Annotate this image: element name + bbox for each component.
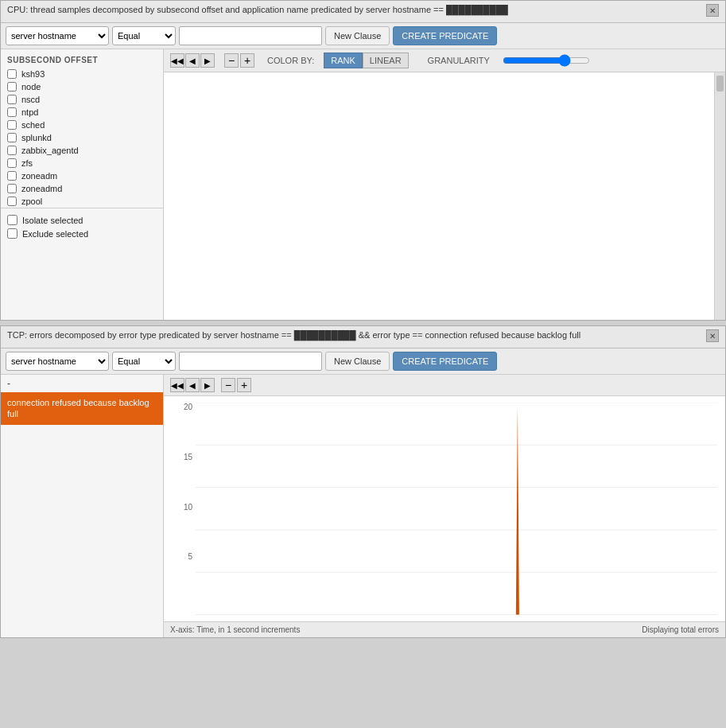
zpool-checkbox[interactable] [7,197,17,206]
isolate-selected-checkbox[interactable] [7,215,17,225]
splunkd-checkbox[interactable] [7,133,17,142]
granularity-slider[interactable] [503,54,590,67]
node-checkbox[interactable] [7,82,17,91]
list-item: ntpd [1,106,163,119]
panel-1-new-clause-button[interactable]: New Clause [325,26,390,45]
zabbix-agentd-checkbox[interactable] [7,146,17,155]
heatmap-scroll-area [164,72,725,320]
linear-button[interactable]: LINEAR [363,53,409,68]
svg-rect-2 [164,72,714,320]
y-label-20: 20 [184,403,192,411]
panel-1-toolbar: server hostname Equal New Clause CREATE … [1,23,725,49]
panel-2-zoom-controls: − + [221,378,251,392]
close-icon: ✕ [709,6,716,15]
zoneadmd-checkbox[interactable] [7,184,17,193]
panel-1-title-bar: CPU: thread samples decomposed by subsec… [1,1,725,23]
sidebar-actions: Isolate selected Exclude selected [1,208,163,245]
list-item: nscd [1,93,163,106]
panel-1-dimension-select[interactable]: server hostname [6,26,109,45]
panel-2-create-predicate-button[interactable]: CREATE PREDICATE [393,352,497,371]
svg-marker-9 [196,407,717,615]
ksh93-checkbox[interactable] [7,69,17,79]
list-item: zfs [1,157,163,169]
panel-2-content: - connection refused because backlog ful… [1,375,725,637]
sched-checkbox[interactable] [7,120,17,130]
zoom-out-button[interactable]: − [224,53,239,68]
panel-2-sidebar: - connection refused because backlog ful… [1,375,164,637]
nav-next-button[interactable]: ▶ [200,53,215,68]
panel-1-value-input[interactable] [179,26,322,45]
ntpd-checkbox[interactable] [7,107,17,117]
y-label-15: 15 [184,453,192,461]
panel-2-close-button[interactable]: ✕ [706,329,719,342]
vertical-scrollbar[interactable] [714,72,725,320]
panel-2-nav-prev-prev-button[interactable]: ◀◀ [170,378,184,392]
heatmap-container [164,72,714,320]
panel-2-nav-controls: ◀◀ ◀ ▶ [170,378,215,392]
rank-button[interactable]: RANK [324,53,363,68]
panel-2-value-input[interactable] [179,352,322,371]
close-icon-2: ✕ [709,332,716,341]
y-label-5: 5 [188,552,192,561]
panel-2-nav-next-button[interactable]: ▶ [200,378,215,392]
color-by-buttons: RANK LINEAR [324,53,408,68]
panel-1-chart-toolbar: ◀◀ ◀ ▶ − + COLOR BY: RANK LINEAR GRANULA… [164,49,725,72]
list-item: zabbix_agentd [1,144,163,157]
panel-2-dimension-select[interactable]: server hostname [6,352,109,371]
panel-1-sidebar: SUBSECOND OFFSET ksh93 node nscd ntpd sc… [1,49,164,320]
line-chart-container: 20 15 10 5 [164,396,725,621]
panel-2-new-clause-button[interactable]: New Clause [325,352,390,371]
list-item: node [1,80,163,93]
panel-2-title: TCP: errors decomposed by error type pre… [7,329,706,341]
panel-2: TCP: errors decomposed by error type pre… [0,325,726,638]
panel-1-content: SUBSECOND OFFSET ksh93 node nscd ntpd sc… [1,49,725,320]
color-by-label: COLOR BY: [267,56,314,65]
y-label-10: 10 [184,503,192,512]
isolate-selected-item: Isolate selected [7,213,157,227]
panel-2-chart-toolbar: ◀◀ ◀ ▶ − + [164,375,725,396]
panel-1-close-button[interactable]: ✕ [706,4,719,17]
panel-1-chart-area: ◀◀ ◀ ▶ − + COLOR BY: RANK LINEAR GRANULA… [164,49,725,320]
panel-2-title-bar: TCP: errors decomposed by error type pre… [1,326,725,348]
panel-2-display-info: Displaying total errors [642,625,719,634]
nav-controls: ◀◀ ◀ ▶ [170,53,215,68]
nav-prev-prev-button[interactable]: ◀◀ [170,53,184,68]
nscd-checkbox[interactable] [7,95,17,104]
zoom-controls: − + [224,53,254,68]
y-axis-labels: 20 15 10 5 [167,403,192,602]
sidebar-header: SUBSECOND OFFSET [1,53,163,68]
panel-2-chart-area: ◀◀ ◀ ▶ − + 20 15 10 5 [164,375,725,637]
panel-1-title: CPU: thread samples decomposed by subsec… [7,4,706,15]
list-item: zoneadmd [1,182,163,195]
exclude-selected-item: Exclude selected [7,227,157,240]
panel-2-xaxis-label: X-axis: Time, in 1 second increments [170,625,300,634]
panel-2-operator-select[interactable]: Equal [112,352,176,371]
list-item: ksh93 [1,68,163,80]
exclude-selected-checkbox[interactable] [7,228,17,239]
panel-2-zoom-out-button[interactable]: − [221,378,235,392]
zoneadm-checkbox[interactable] [7,171,17,181]
zfs-checkbox[interactable] [7,158,17,168]
panel-1-operator-select[interactable]: Equal [112,26,176,45]
nav-prev-button[interactable]: ◀ [185,53,200,68]
panel-2-sidebar-dash: - [1,375,163,392]
panel-2-toolbar: server hostname Equal New Clause CREATE … [1,348,725,375]
granularity-label: GRANULARITY [428,56,490,65]
list-item: splunkd [1,131,163,144]
panel-1-create-predicate-button[interactable]: CREATE PREDICATE [393,26,497,45]
list-item: zoneadm [1,169,163,182]
list-item: sched [1,119,163,131]
panel-2-nav-prev-button[interactable]: ◀ [185,378,200,392]
list-item: zpool [1,195,163,208]
panel-2-highlighted-item[interactable]: connection refused because backlog full [1,392,163,425]
panel-1: CPU: thread samples decomposed by subsec… [0,0,726,321]
line-chart-svg [196,403,717,615]
panel-2-chart-footer: X-axis: Time, in 1 second increments Dis… [164,621,725,637]
heatmap-svg [164,72,714,320]
panel-2-zoom-in-button[interactable]: + [237,378,251,392]
zoom-in-button[interactable]: + [240,53,254,68]
